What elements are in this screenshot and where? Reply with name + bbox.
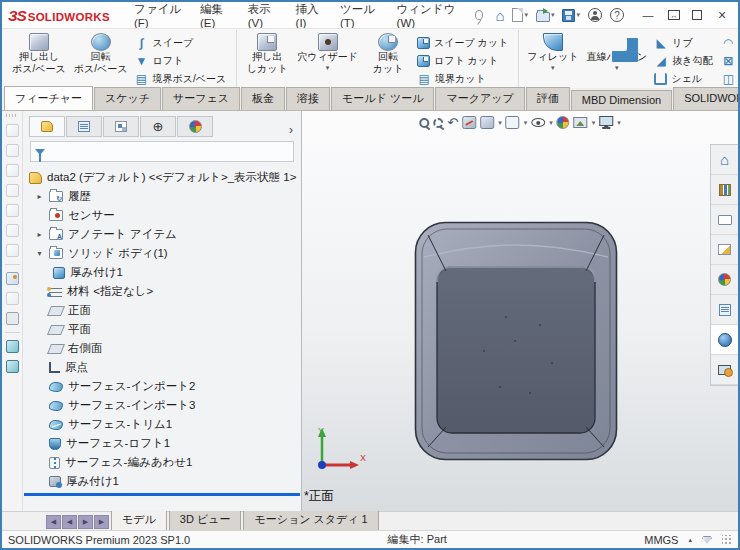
tree-item-solid-bodies[interactable]: ▾ ソリッド ボディ(1) [23,244,301,263]
new-document-button[interactable]: ▾ [510,7,530,23]
select-tool-icon[interactable] [6,272,19,285]
tab-solidworks-addins[interactable]: SOLIDWORKS アドイン [673,87,740,110]
tab-sketch[interactable]: スケッチ [94,87,161,110]
view-cube-icon[interactable] [6,204,19,217]
tab-displaymanager[interactable] [177,116,213,137]
tree-item-surface-import3[interactable]: サーフェス-インポート3 [23,396,301,415]
taskpane-appearances-button[interactable] [711,265,738,295]
swept-cut-button[interactable]: スイープ カット [415,34,513,51]
menu-view[interactable]: 表示(V) [240,0,286,32]
zoom-to-area-icon[interactable] [433,118,443,128]
nav-prev-tab-button[interactable]: ◀ [62,515,77,529]
tab-evaluate[interactable]: 評価 [526,87,570,110]
menu-file[interactable]: ファイル(F) [126,0,190,32]
tab-dimxpertmanager[interactable]: ⊕ [140,116,176,137]
toolbar-drag-handle[interactable] [6,114,18,117]
panel-expand-chevron[interactable]: › [285,123,297,137]
linear-pattern-caret-icon[interactable]: ▾ [615,63,619,72]
hole-wizard-button[interactable]: 穴ウィザード ▾ [294,31,361,72]
nav-last-tab-button[interactable]: ▶ [94,515,109,529]
tree-item-surface-loft[interactable]: サーフェス-ロフト1 [23,434,301,453]
boundary-boss-button[interactable]: ▤境界ボス/ベース [132,70,231,87]
hide-show-items-icon[interactable] [531,118,545,127]
tab-markup[interactable]: マークアップ [435,87,524,110]
extruded-boss-button[interactable]: 押し出し ボス/ベース [9,31,69,75]
tree-item-right-plane[interactable]: 右側面 [23,339,301,358]
close-button[interactable]: × [714,8,730,22]
tree-item-thicken-body[interactable]: 厚み付け1 [23,263,301,282]
taskpane-view-palette-button[interactable] [711,235,738,265]
section-view-icon[interactable] [462,116,476,129]
tab-configurationmanager[interactable] [103,116,139,137]
view-settings-icon[interactable] [599,116,613,126]
revolved-cut-button[interactable]: 回転 カット [363,31,413,75]
menu-edit[interactable]: 編集(E) [192,0,238,32]
nav-first-tab-button[interactable]: ◀ [46,515,61,529]
tab-weldments[interactable]: 溶接 [286,87,330,110]
layered-bodies-icon[interactable] [6,360,19,373]
tag-icon[interactable] [702,536,712,544]
zoom-to-fit-icon[interactable] [419,118,429,128]
new-document-caret-icon[interactable]: ▾ [524,11,528,19]
view-settings-caret-icon[interactable]: ▾ [617,119,621,127]
hide-show-caret-icon[interactable]: ▾ [549,119,553,127]
mirror-button[interactable]: ◫ミラー [719,70,740,87]
tab-featuremanager-tree[interactable] [29,116,65,137]
open-caret-icon[interactable]: ▾ [551,11,555,19]
tab-3d-views[interactable]: 3D ビュー [169,509,242,530]
revolved-boss-button[interactable]: 回転 ボス/ベース [71,31,131,75]
taskpane-custom-properties-button[interactable] [711,295,738,325]
tree-item-top-plane[interactable]: 平面 [23,320,301,339]
taskpane-forum-button[interactable] [711,325,738,355]
view-cube-icon[interactable] [6,144,19,157]
tree-item-surface-trim[interactable]: サーフェス-トリム1 [23,415,301,434]
tab-propertymanager[interactable] [66,116,102,137]
wrap-button[interactable]: ◠ラップ [719,34,740,51]
menu-tools[interactable]: ツール(T) [332,0,387,32]
save-caret-icon[interactable]: ▾ [576,11,580,19]
model-3d[interactable] [414,221,618,465]
tree-item-annotations[interactable]: ▸ A アノテート アイテム [23,225,301,244]
expand-arrow-icon[interactable]: ▸ [35,192,44,201]
minimize-button[interactable]: — [640,10,656,21]
tree-item-sensors[interactable]: センサー [23,206,301,225]
rib-button[interactable]: ◣リブ [652,34,717,51]
account-button[interactable] [586,7,604,23]
display-style-caret-icon[interactable]: ▾ [524,119,528,127]
view-orientation-icon[interactable] [480,116,494,129]
tree-filter-input[interactable] [30,141,294,162]
view-cube-icon[interactable] [6,124,19,137]
tree-item-surface-knit[interactable]: サーフェス-編みあわせ1 [23,453,301,472]
layered-bodies-icon[interactable] [6,340,19,353]
tree-item-origin[interactable]: 原点 [23,358,301,377]
open-button[interactable]: ▾ [534,8,557,23]
help-button[interactable]: ? [608,7,626,23]
view-cube-icon[interactable] [6,244,19,257]
resize-grip[interactable] [722,535,732,545]
units-selector[interactable]: MMGS [644,534,678,546]
tree-item-surface-import2[interactable]: サーフェス-インポート2 [23,377,301,396]
linear-pattern-button[interactable]: 直線パターン ▾ [583,31,650,72]
tab-model[interactable]: モデル [111,509,167,530]
lofted-cut-button[interactable]: ロフト カット [415,52,513,69]
taskpane-design-library-button[interactable] [711,175,738,205]
tree-item-history[interactable]: ▸ ↻ 履歴 [23,187,301,206]
view-cube-icon[interactable] [6,224,19,237]
display-style-icon[interactable] [506,116,520,129]
display-tool-icon[interactable] [6,312,19,325]
tab-sheet-metal[interactable]: 板金 [241,87,285,110]
arrange-windows-button[interactable]: ↔ [668,10,680,20]
tab-mbd-dimension[interactable]: MBD Dimension [571,90,672,110]
hole-wizard-caret-icon[interactable]: ▾ [326,63,330,72]
pin-menubar-icon[interactable] [475,10,484,20]
view-cube-icon[interactable] [6,184,19,197]
maximize-button[interactable] [692,10,702,20]
fillet-button[interactable]: フィレット ▾ [524,31,581,72]
taskpane-settings-button[interactable] [711,355,738,385]
apply-scene-icon[interactable] [574,117,588,128]
taskpane-home-button[interactable]: ⌂ [711,145,738,175]
view-orientation-caret-icon[interactable]: ▾ [498,119,502,127]
view-cube-icon[interactable] [6,164,19,177]
menu-insert[interactable]: 挿入(I) [288,0,330,32]
taskpane-file-explorer-button[interactable] [711,205,738,235]
